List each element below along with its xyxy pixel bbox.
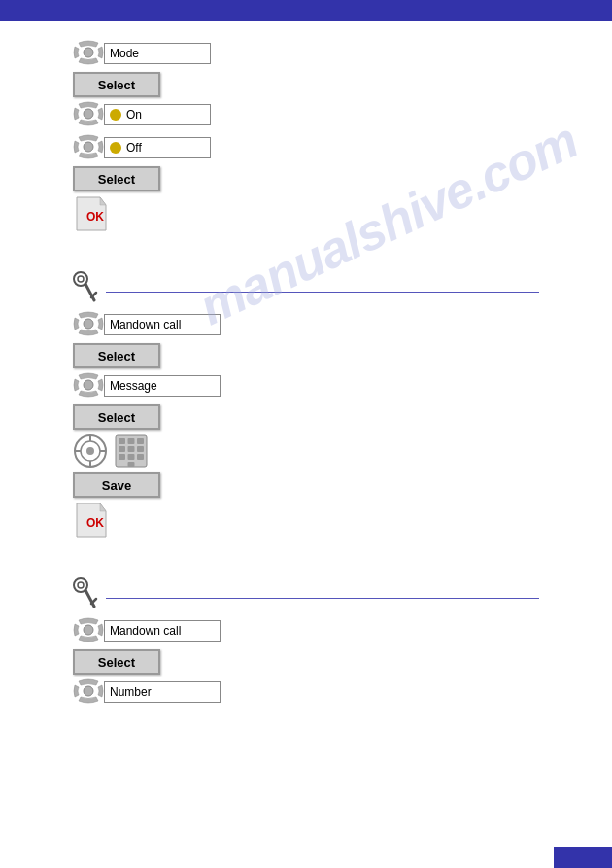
- mode-label: Mode: [104, 43, 211, 64]
- save-button[interactable]: Save: [73, 472, 160, 498]
- on-row: On: [73, 100, 539, 129]
- nav-icon-off: [73, 133, 104, 160]
- svg-rect-24: [119, 446, 125, 452]
- keypad-compass-row: [73, 434, 539, 469]
- select-button-5[interactable]: Select: [73, 649, 160, 675]
- bullet-on: [110, 109, 121, 121]
- svg-text:OK: OK: [86, 516, 104, 530]
- ok-icon-2: OK: [73, 502, 110, 538]
- keypad-icon: [114, 434, 149, 469]
- nav-icon-mode: [73, 39, 104, 66]
- select-button-4[interactable]: Select: [73, 404, 160, 430]
- gap-1: [0, 244, 612, 271]
- svg-rect-30: [128, 462, 135, 467]
- message-label: Message: [104, 375, 221, 397]
- svg-rect-25: [128, 446, 135, 452]
- mandown-call-row-2: Mandown call: [73, 616, 539, 645]
- svg-rect-21: [119, 438, 125, 444]
- svg-rect-23: [137, 438, 144, 444]
- nav-icon-number: [73, 677, 104, 705]
- gap-2: [0, 550, 612, 577]
- off-label: Off: [104, 137, 211, 158]
- section-1: Mode Select On: [0, 31, 612, 244]
- select-button-1[interactable]: Select: [73, 72, 160, 97]
- svg-rect-22: [128, 438, 135, 444]
- section-2: Mandown call Select Message Select: [0, 271, 612, 550]
- svg-point-1: [84, 109, 93, 119]
- svg-point-35: [78, 582, 84, 588]
- svg-point-11: [84, 319, 93, 329]
- svg-point-2: [84, 142, 93, 152]
- mode-row: Mode: [73, 39, 539, 68]
- mandown-call-row-1: Mandown call: [73, 310, 539, 339]
- svg-point-0: [84, 48, 93, 57]
- svg-text:OK: OK: [86, 210, 104, 224]
- svg-rect-29: [137, 454, 144, 460]
- tool-icon-row-3: [73, 577, 539, 612]
- svg-point-15: [86, 447, 94, 455]
- section-3: Mandown call Select Number: [0, 577, 612, 718]
- select-button-2[interactable]: Select: [73, 166, 160, 191]
- ok-icon-1: OK: [73, 195, 110, 232]
- mandown-call-label-2: Mandown call: [104, 620, 221, 642]
- bottom-bar: [554, 847, 612, 868]
- compass-icon: [73, 434, 108, 469]
- svg-rect-26: [137, 446, 144, 452]
- nav-icon-mandown1: [73, 310, 104, 337]
- svg-marker-32: [100, 503, 106, 511]
- message-row: Message: [73, 371, 539, 400]
- on-label: On: [104, 104, 211, 125]
- svg-rect-27: [119, 454, 125, 460]
- off-row: Off: [73, 133, 539, 162]
- select-button-3[interactable]: Select: [73, 343, 160, 368]
- svg-point-39: [84, 686, 93, 696]
- svg-point-12: [84, 380, 93, 390]
- nav-icon-on: [73, 100, 104, 127]
- bullet-off: [110, 142, 121, 154]
- top-bar: [0, 0, 612, 21]
- tool-icon-row-2: [73, 271, 539, 306]
- svg-marker-4: [100, 197, 106, 205]
- svg-line-9: [85, 284, 94, 300]
- number-label: Number: [104, 681, 221, 703]
- number-row: Number: [73, 677, 539, 707]
- svg-point-38: [84, 625, 93, 635]
- svg-point-8: [78, 276, 84, 282]
- nav-icon-message: [73, 371, 104, 399]
- svg-line-36: [85, 590, 94, 607]
- svg-rect-28: [128, 454, 135, 460]
- mandown-call-label-1: Mandown call: [104, 314, 221, 335]
- nav-icon-mandown2: [73, 616, 104, 643]
